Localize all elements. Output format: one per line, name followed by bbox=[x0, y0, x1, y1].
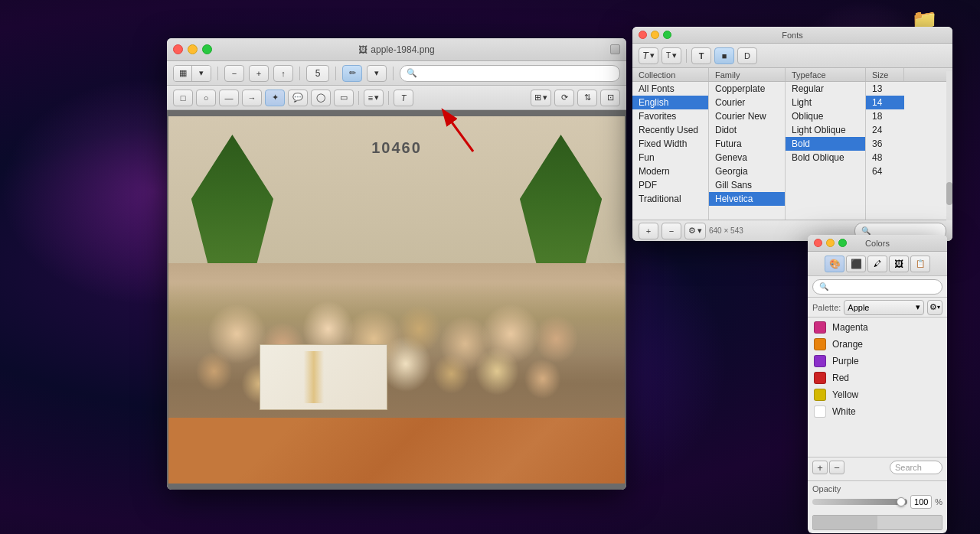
collection-all-fonts[interactable]: All Fonts bbox=[632, 82, 708, 96]
view-grid-btn[interactable]: ▦ bbox=[174, 66, 192, 81]
size-14[interactable]: 14 bbox=[866, 96, 904, 109]
size-48[interactable]: 48 bbox=[866, 151, 904, 164]
select-btn[interactable]: ⊞ ▾ bbox=[531, 90, 551, 106]
align-btn[interactable]: ≡ ▾ bbox=[364, 90, 384, 106]
font-action-btn[interactable]: D bbox=[737, 47, 757, 64]
family-didot[interactable]: Didot bbox=[709, 123, 785, 137]
line-tool-btn[interactable]: — bbox=[219, 90, 239, 106]
typeface-bold-oblique[interactable]: Bold Oblique bbox=[786, 151, 865, 164]
zoom-out-btn[interactable]: − bbox=[224, 65, 244, 82]
fonts-close-btn[interactable] bbox=[639, 31, 647, 39]
rect-tool-btn[interactable]: □ bbox=[173, 90, 193, 106]
colors-mode-slider-btn[interactable]: ⬛ bbox=[846, 256, 866, 272]
preview-minimize-btn[interactable] bbox=[188, 44, 198, 54]
collection-traditional[interactable]: Traditional bbox=[632, 192, 708, 206]
preview-resize-btn[interactable] bbox=[610, 44, 620, 54]
colors-remove-icon: − bbox=[834, 462, 840, 474]
family-helvetica[interactable]: Helvetica bbox=[709, 192, 785, 206]
collection-fun[interactable]: Fun bbox=[632, 151, 708, 164]
size-36[interactable]: 36 bbox=[866, 137, 904, 151]
markup-dropdown-btn[interactable]: ▾ bbox=[367, 65, 387, 82]
font-color-btn[interactable]: ■ bbox=[714, 47, 734, 64]
font-size-btn[interactable]: T ▾ bbox=[662, 47, 681, 64]
circle-tool-btn[interactable]: ◯ bbox=[311, 90, 331, 106]
colors-search-field[interactable]: Search bbox=[890, 461, 942, 474]
rotate-btn[interactable]: ⟳ bbox=[554, 90, 574, 106]
fonts-add-btn[interactable]: + bbox=[639, 223, 658, 239]
color-swatch-purple bbox=[814, 355, 826, 367]
typeface-bold[interactable]: Bold bbox=[786, 137, 865, 151]
palette-gear-btn[interactable]: ⚙ ▾ bbox=[927, 300, 942, 315]
color-item-yellow[interactable]: Yellow bbox=[808, 386, 947, 403]
family-georgia[interactable]: Georgia bbox=[709, 164, 785, 178]
toolbar2-divider-2 bbox=[388, 91, 389, 105]
typeface-oblique[interactable]: Oblique bbox=[786, 109, 865, 123]
fonts-gear-btn[interactable]: ⚙ ▾ bbox=[684, 223, 706, 239]
preview-maximize-btn[interactable] bbox=[202, 44, 212, 54]
crop-btn[interactable]: ⊡ bbox=[600, 90, 620, 106]
lasso-tool-btn[interactable]: ✦ bbox=[265, 90, 285, 106]
colors-minimize-btn[interactable] bbox=[826, 239, 835, 247]
fonts-maximize-btn[interactable] bbox=[663, 31, 671, 39]
rrect-tool-btn[interactable]: ▭ bbox=[334, 90, 354, 106]
font-italic-btn[interactable]: T ▾ bbox=[639, 47, 658, 64]
colors-mode-image-btn[interactable]: 🖼 bbox=[889, 256, 909, 272]
preview-titlebar: 🖼 apple-1984.png bbox=[167, 38, 626, 61]
color-item-purple[interactable]: Purple bbox=[808, 353, 947, 370]
typeface-regular[interactable]: Regular bbox=[786, 82, 865, 96]
colors-close-btn[interactable] bbox=[814, 239, 822, 247]
view-dropdown-btn[interactable]: ▾ bbox=[192, 66, 211, 81]
page-number-field[interactable]: 5 bbox=[306, 65, 329, 82]
fonts-minimize-btn[interactable] bbox=[651, 31, 659, 39]
collection-recently-used[interactable]: Recently Used bbox=[632, 123, 708, 137]
palette-select[interactable]: Apple ▾ bbox=[844, 300, 924, 315]
opacity-thumb[interactable] bbox=[897, 497, 906, 506]
size-24[interactable]: 24 bbox=[866, 123, 904, 137]
family-geneva[interactable]: Geneva bbox=[709, 151, 785, 164]
markup-btn[interactable]: ✏ bbox=[342, 65, 362, 82]
arrow-tool-icon: → bbox=[248, 93, 256, 103]
colors-search-input[interactable]: 🔍 bbox=[812, 279, 942, 295]
collection-modern[interactable]: Modern bbox=[632, 164, 708, 178]
fonts-toolbar: T ▾ T ▾ T ■ D bbox=[632, 44, 952, 68]
color-item-orange[interactable]: Orange bbox=[808, 336, 947, 353]
collection-pdf[interactable]: PDF bbox=[632, 178, 708, 192]
ellipse-tool-btn[interactable]: ○ bbox=[196, 90, 216, 106]
collection-fixed-width[interactable]: Fixed Width bbox=[632, 137, 708, 151]
view-segmented[interactable]: ▦ ▾ bbox=[173, 65, 211, 82]
callout-tool-btn[interactable]: 💬 bbox=[288, 90, 308, 106]
size-18[interactable]: 18 bbox=[866, 109, 904, 123]
share-btn[interactable]: ↑ bbox=[273, 65, 293, 82]
family-courier[interactable]: Courier bbox=[709, 96, 785, 109]
collection-english[interactable]: English bbox=[632, 96, 708, 109]
colors-add-btn[interactable]: + bbox=[812, 461, 828, 474]
arrow-tool-btn[interactable]: → bbox=[242, 90, 262, 106]
family-gill-sans[interactable]: Gill Sans bbox=[709, 178, 785, 192]
text-tool-btn[interactable]: T bbox=[394, 90, 413, 106]
opacity-value[interactable]: 100 bbox=[910, 495, 932, 509]
typeface-light-oblique[interactable]: Light Oblique bbox=[786, 123, 865, 137]
preview-close-btn[interactable] bbox=[173, 44, 183, 54]
colors-mode-crayon-btn[interactable]: 🖍 bbox=[867, 256, 887, 272]
zoom-in-btn[interactable]: + bbox=[249, 65, 269, 82]
family-copperplate[interactable]: Copperplate bbox=[709, 82, 785, 96]
colors-mode-list-btn[interactable]: 📋 bbox=[910, 256, 930, 272]
color-item-magenta[interactable]: Magenta bbox=[808, 319, 947, 336]
family-courier-new[interactable]: Courier New bbox=[709, 109, 785, 123]
colors-mode-wheel-btn[interactable]: 🎨 bbox=[825, 256, 844, 272]
typeface-light[interactable]: Light bbox=[786, 96, 865, 109]
flip-btn[interactable]: ⇅ bbox=[577, 90, 597, 106]
color-item-white[interactable]: White bbox=[808, 403, 947, 420]
align-dropdown-icon: ▾ bbox=[374, 93, 379, 103]
preview-search-bar[interactable]: 🔍 bbox=[400, 65, 620, 82]
color-item-red[interactable]: Red bbox=[808, 370, 947, 386]
opacity-slider[interactable] bbox=[812, 499, 907, 505]
collection-favorites[interactable]: Favorites bbox=[632, 109, 708, 123]
size-13[interactable]: 13 bbox=[866, 82, 904, 96]
font-bold-btn[interactable]: T bbox=[691, 47, 711, 64]
size-64[interactable]: 64 bbox=[866, 164, 904, 178]
fonts-remove-btn[interactable]: − bbox=[662, 223, 681, 239]
colors-maximize-btn[interactable] bbox=[838, 239, 847, 247]
colors-remove-btn[interactable]: − bbox=[829, 461, 844, 474]
family-futura[interactable]: Futura bbox=[709, 137, 785, 151]
